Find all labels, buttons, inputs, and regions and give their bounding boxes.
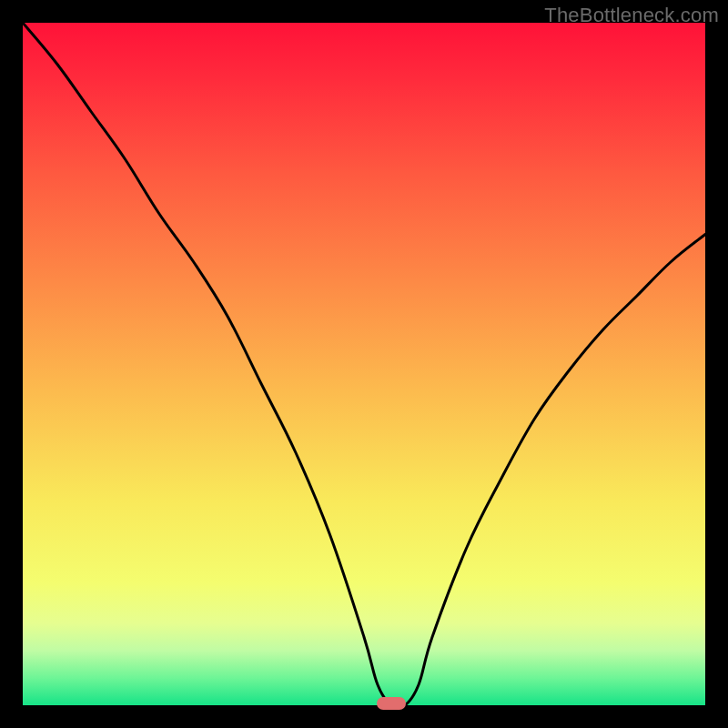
sweet-spot-marker <box>377 697 406 710</box>
watermark-text: TheBottleneck.com <box>544 4 719 27</box>
bottleneck-curve-path <box>23 23 705 705</box>
bottleneck-curve-svg <box>23 23 705 705</box>
chart-frame: TheBottleneck.com <box>0 0 728 728</box>
